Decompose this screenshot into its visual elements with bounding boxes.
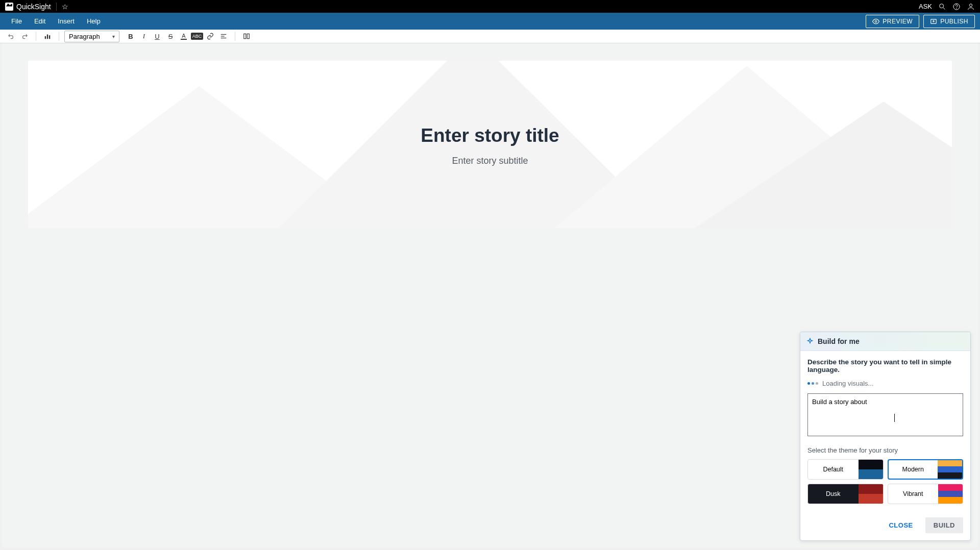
undo-button[interactable]: [5, 31, 17, 42]
underline-button[interactable]: U: [151, 31, 163, 42]
separator: [36, 32, 36, 41]
ask-button[interactable]: ASK: [919, 3, 932, 10]
theme-swatch-dusk: [859, 484, 883, 504]
theme-vibrant[interactable]: Vibrant: [888, 484, 964, 504]
publish-button[interactable]: PUBLISH: [923, 15, 975, 28]
svg-rect-13: [244, 34, 246, 38]
panel-title: Build for me: [818, 337, 860, 345]
svg-rect-9: [49, 35, 50, 39]
theme-name-default: Default: [808, 466, 859, 473]
menu-insert[interactable]: Insert: [52, 13, 81, 29]
theme-name-dusk: Dusk: [808, 490, 859, 497]
svg-line-1: [943, 8, 945, 9]
story-subtitle-input[interactable]: Enter story subtitle: [28, 156, 952, 166]
publish-label: PUBLISH: [940, 18, 968, 25]
svg-rect-7: [45, 36, 46, 39]
link-button[interactable]: [204, 31, 216, 42]
preview-label: PREVIEW: [883, 18, 913, 25]
favorite-star-icon[interactable]: ☆: [62, 3, 68, 11]
strikethrough-button[interactable]: S: [164, 31, 177, 42]
insert-visual-button[interactable]: [41, 31, 54, 42]
theme-label: Select the theme for your story: [807, 446, 963, 454]
columns-button[interactable]: [240, 31, 253, 42]
svg-point-5: [875, 20, 877, 22]
publish-icon: [930, 18, 937, 25]
theme-default[interactable]: Default: [807, 459, 884, 480]
svg-point-3: [957, 8, 957, 9]
close-button[interactable]: CLOSE: [880, 517, 921, 533]
menu-left: File Edit Insert Help: [5, 13, 107, 29]
text-cursor: [894, 414, 895, 422]
topbar: QuickSight ☆ ASK: [0, 0, 980, 13]
build-for-me-panel: Build for me Describe the story you want…: [800, 332, 971, 541]
svg-rect-14: [247, 34, 249, 38]
quicksight-logo-icon: [5, 3, 13, 11]
redo-button[interactable]: [18, 31, 31, 42]
menu-help[interactable]: Help: [81, 13, 107, 29]
menu-file[interactable]: File: [5, 13, 28, 29]
menu-edit[interactable]: Edit: [28, 13, 52, 29]
highlight-button[interactable]: ABC: [191, 31, 203, 42]
divider: [56, 3, 57, 11]
search-icon[interactable]: [938, 3, 946, 11]
loading-dots-icon: [807, 382, 818, 385]
topbar-left: QuickSight ☆: [5, 3, 68, 11]
loading-text: Loading visuals...: [822, 380, 873, 387]
build-button[interactable]: BUILD: [925, 517, 963, 533]
theme-name-modern: Modern: [889, 466, 938, 473]
theme-dusk[interactable]: Dusk: [807, 484, 884, 504]
help-icon[interactable]: [952, 3, 961, 11]
style-value: Paragraph: [69, 33, 100, 40]
story-document[interactable]: Enter story title Enter story subtitle: [28, 61, 952, 228]
story-title-input[interactable]: Enter story title: [28, 125, 952, 146]
theme-grid: Default Modern Dusk: [807, 459, 963, 504]
svg-rect-8: [47, 35, 48, 39]
user-icon[interactable]: [967, 3, 975, 11]
eye-icon: [872, 18, 879, 25]
separator: [235, 32, 235, 41]
svg-point-4: [969, 4, 972, 6]
italic-button[interactable]: I: [138, 31, 150, 42]
theme-swatch-modern: [938, 460, 962, 479]
toolbar: Paragraph B I U S A ABC: [0, 30, 980, 43]
separator: [59, 32, 59, 41]
theme-swatch-vibrant: [938, 484, 963, 504]
menubar: File Edit Insert Help PREVIEW PUBLISH: [0, 13, 980, 30]
menu-right: PREVIEW PUBLISH: [866, 15, 975, 28]
theme-modern[interactable]: Modern: [888, 459, 964, 480]
text-color-button[interactable]: A: [178, 31, 190, 42]
story-prompt-input[interactable]: [807, 393, 963, 436]
panel-header: Build for me: [800, 332, 970, 351]
theme-swatch-default: [859, 460, 883, 479]
preview-button[interactable]: PREVIEW: [866, 15, 919, 28]
sparkle-icon: [806, 338, 814, 345]
align-button[interactable]: [217, 31, 230, 42]
canvas: Enter story title Enter story subtitle B…: [2, 43, 978, 548]
theme-name-vibrant: Vibrant: [888, 490, 939, 497]
app-logo[interactable]: QuickSight: [5, 3, 51, 11]
svg-point-0: [940, 4, 944, 8]
app-name: QuickSight: [16, 3, 51, 11]
bold-button[interactable]: B: [125, 31, 137, 42]
panel-description: Describe the story you want to tell in s…: [807, 358, 963, 373]
loading-indicator: Loading visuals...: [807, 380, 963, 387]
topbar-right: ASK: [919, 3, 975, 11]
paragraph-style-select[interactable]: Paragraph: [64, 31, 119, 42]
